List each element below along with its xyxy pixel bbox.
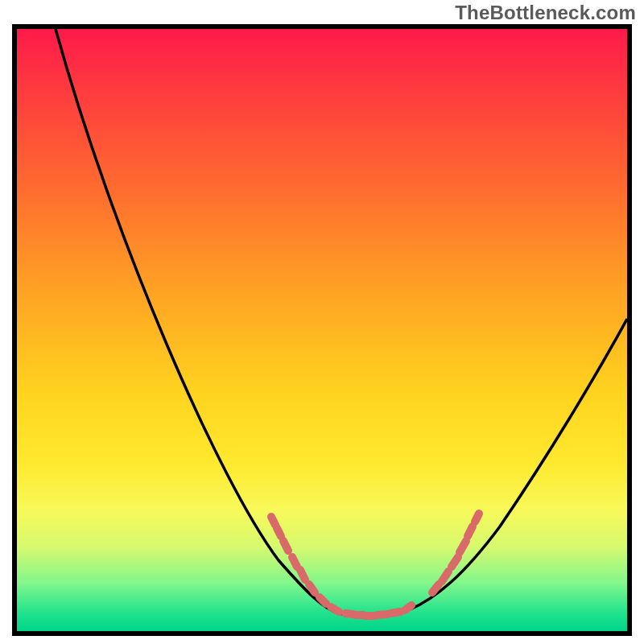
valley-markers bbox=[271, 514, 479, 616]
svg-line-1 bbox=[277, 528, 281, 536]
curve-left bbox=[56, 29, 339, 613]
bottleneck-curve bbox=[17, 29, 627, 631]
svg-line-16 bbox=[452, 557, 458, 567]
svg-line-19 bbox=[475, 514, 479, 522]
svg-line-12 bbox=[390, 612, 400, 613]
curve-right bbox=[399, 319, 627, 613]
chart-frame bbox=[12, 24, 632, 636]
svg-line-3 bbox=[292, 557, 297, 567]
watermark-text: TheBottleneck.com bbox=[455, 2, 636, 24]
svg-line-17 bbox=[460, 541, 466, 552]
svg-line-7 bbox=[331, 607, 339, 612]
svg-line-5 bbox=[309, 584, 315, 592]
svg-line-11 bbox=[378, 614, 387, 615]
svg-line-0 bbox=[271, 517, 275, 525]
svg-line-13 bbox=[405, 605, 411, 610]
svg-line-6 bbox=[320, 597, 326, 604]
svg-line-4 bbox=[300, 570, 305, 580]
svg-line-2 bbox=[283, 541, 288, 551]
svg-line-15 bbox=[442, 572, 448, 581]
svg-line-14 bbox=[432, 584, 439, 592]
svg-line-18 bbox=[468, 526, 473, 536]
